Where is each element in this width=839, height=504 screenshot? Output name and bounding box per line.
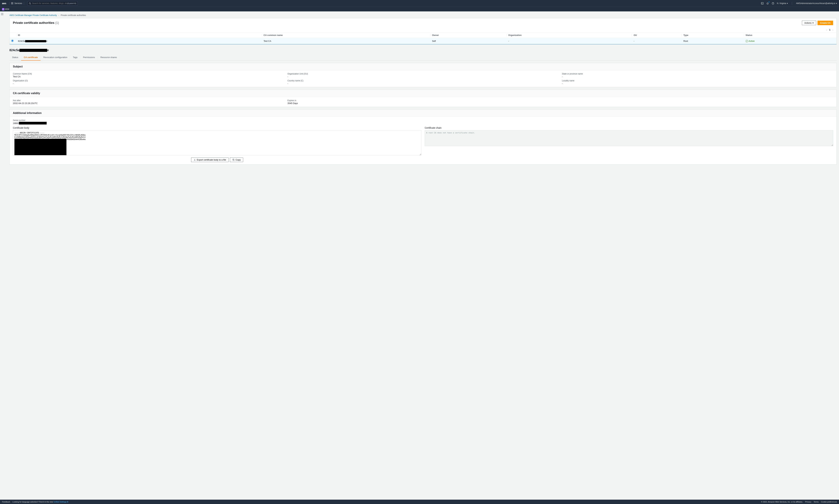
favorite-msk[interactable]: MSK bbox=[2, 8, 10, 11]
cn-label: Common Name (CN) bbox=[13, 73, 284, 75]
col-owner[interactable]: Owner bbox=[430, 33, 506, 38]
tab-tags[interactable]: Tags bbox=[70, 54, 80, 60]
col-type[interactable]: Type bbox=[682, 33, 744, 38]
cert-chain-textarea[interactable] bbox=[425, 130, 833, 146]
subject-section: Subject Common Name (CN) Test CA Organiz… bbox=[10, 63, 837, 87]
region-label: N. Virginia bbox=[777, 2, 786, 4]
breadcrumb-current: Private certificate authorities bbox=[61, 14, 86, 16]
svg-rect-8 bbox=[13, 4, 13, 4]
main-content: AWS Certificate Manager Private Certific… bbox=[4, 12, 839, 171]
cell-type: Root bbox=[682, 38, 744, 44]
col-org[interactable]: Organization bbox=[506, 33, 632, 38]
caret-down-icon: ▾ bbox=[836, 2, 837, 4]
state-value: - bbox=[562, 75, 833, 78]
cn-value: Test CA bbox=[13, 75, 284, 78]
col-cn[interactable]: CA common name bbox=[262, 33, 430, 38]
pagination: ‹ 1 › bbox=[10, 28, 837, 32]
cert-body-title: Certificate body bbox=[13, 126, 421, 129]
services-label: Services bbox=[14, 2, 22, 4]
svg-rect-5 bbox=[13, 3, 13, 3]
svg-point-9 bbox=[29, 2, 31, 4]
ou-value: - bbox=[287, 75, 559, 78]
region-selector[interactable]: N. Virginia ▾ bbox=[777, 2, 788, 4]
caret-down-icon: ▾ bbox=[813, 22, 814, 24]
ou-label: Organization Unit (OU) bbox=[287, 73, 559, 75]
favorites-bar: MSK bbox=[0, 7, 839, 12]
msk-label: MSK bbox=[5, 8, 10, 11]
detail-tabs: Status CA certificate Revocation configu… bbox=[10, 54, 837, 60]
section-title: Subject bbox=[13, 65, 833, 68]
svg-rect-2 bbox=[13, 2, 13, 3]
svg-rect-3 bbox=[11, 3, 12, 3]
page-number: 1 bbox=[829, 29, 830, 31]
svg-rect-17 bbox=[233, 159, 234, 161]
nav-separator bbox=[792, 2, 792, 5]
svg-rect-0 bbox=[11, 2, 12, 3]
copy-icon bbox=[232, 159, 235, 161]
actions-button[interactable]: Actions ▾ bbox=[802, 21, 816, 25]
cell-org: - bbox=[506, 38, 632, 44]
cell-id: 824c5ae bbox=[16, 38, 262, 44]
section-title: CA certificate validity bbox=[13, 92, 833, 95]
ca-table: ID CA common name Owner Organization OU … bbox=[10, 32, 837, 44]
services-menu[interactable]: Services bbox=[11, 2, 22, 4]
col-id[interactable]: ID bbox=[16, 33, 262, 38]
cell-ou: - bbox=[632, 38, 682, 44]
tab-resource-shares[interactable]: Resource shares bbox=[98, 54, 120, 60]
additional-section: Additional information Serial number 186… bbox=[10, 109, 837, 165]
aws-logo[interactable]: aws bbox=[2, 2, 6, 5]
next-page-button[interactable]: › bbox=[833, 29, 833, 31]
cell-owner: Self bbox=[430, 38, 506, 44]
nav-separator bbox=[24, 2, 24, 5]
detail-heading: 824c5ae bbox=[6, 47, 837, 54]
panel-header: Private certificate authorities (1) Acti… bbox=[10, 18, 837, 28]
o-label: Organization (O) bbox=[13, 79, 284, 82]
search-box[interactable]: [Option+S] bbox=[28, 1, 78, 5]
col-ou[interactable]: OU bbox=[632, 33, 682, 38]
check-circle-icon: ✓ bbox=[746, 40, 748, 42]
export-cert-button[interactable]: Export certificate body to a file bbox=[191, 158, 229, 162]
breadcrumb-root[interactable]: AWS Certificate Manager Private Certific… bbox=[10, 14, 57, 16]
tab-ca-certificate[interactable]: CA certificate bbox=[21, 54, 41, 60]
top-nav: aws Services [Option+S] N. Virginia ▾ AW… bbox=[0, 0, 839, 7]
tab-status[interactable]: Status bbox=[10, 54, 21, 60]
prev-page-button[interactable]: ‹ bbox=[826, 29, 827, 31]
cert-body-textarea[interactable] bbox=[13, 130, 421, 155]
panel-title: Private certificate authorities (1) bbox=[13, 21, 59, 25]
tab-permissions[interactable]: Permissions bbox=[81, 54, 98, 60]
col-status[interactable]: Status bbox=[744, 33, 837, 38]
svg-rect-13 bbox=[2, 8, 4, 10]
cell-cn: Test CA bbox=[262, 38, 430, 44]
o-value: - bbox=[13, 82, 284, 85]
serial-value: 18662 bbox=[13, 122, 833, 125]
locality-value: - bbox=[562, 82, 833, 85]
redacted-block bbox=[14, 139, 67, 155]
locality-label: Locality name bbox=[562, 79, 833, 82]
sidebar-toggle[interactable] bbox=[1, 13, 3, 15]
not-after-value: 2032-04-23 23:26:23UTC bbox=[13, 102, 284, 105]
svg-rect-1 bbox=[12, 2, 13, 3]
table-row[interactable]: 824c5ae Test CA Self - - Root ✓Active bbox=[10, 38, 837, 44]
account-selector[interactable]: AWSAdministratorAccess/Akram@aklivity.io… bbox=[796, 2, 837, 4]
cert-chain-title: Certificate chain bbox=[425, 126, 833, 129]
not-after-label: Not after bbox=[13, 99, 284, 102]
c-label: Country name (C) bbox=[287, 79, 559, 82]
grid-icon bbox=[11, 2, 14, 4]
msk-icon bbox=[2, 8, 4, 11]
tab-revocation[interactable]: Revocation configuration bbox=[41, 54, 70, 60]
cloudshell-icon[interactable] bbox=[761, 2, 764, 5]
nav-separator bbox=[9, 2, 10, 5]
copy-cert-button[interactable]: Copy bbox=[230, 158, 243, 162]
create-ca-button[interactable]: Create CA bbox=[818, 21, 833, 25]
expires-value: 3545 Days bbox=[287, 102, 559, 105]
serial-label: Serial number bbox=[13, 119, 833, 122]
svg-line-10 bbox=[30, 4, 31, 4]
caret-down-icon: ▾ bbox=[787, 2, 788, 4]
breadcrumb: AWS Certificate Manager Private Certific… bbox=[6, 13, 837, 18]
chevron-right-icon: › bbox=[58, 14, 59, 16]
c-value: - bbox=[287, 82, 559, 85]
help-icon[interactable] bbox=[771, 2, 774, 5]
row-radio[interactable] bbox=[11, 40, 14, 42]
notifications-icon[interactable] bbox=[766, 2, 769, 5]
expires-label: Expires in bbox=[287, 99, 559, 102]
